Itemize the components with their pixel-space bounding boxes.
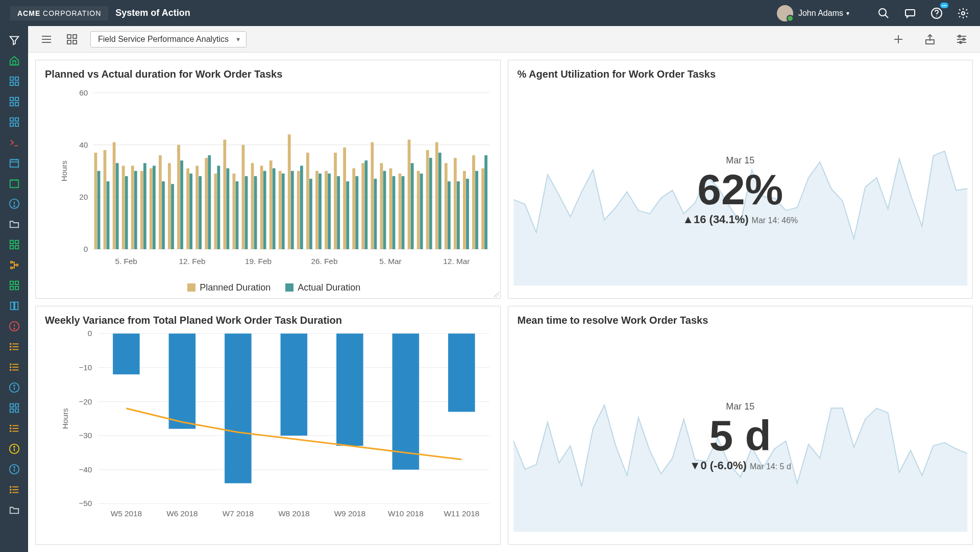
grid-icon[interactable] bbox=[7, 115, 21, 129]
help-icon[interactable] bbox=[930, 7, 943, 20]
svg-text:W9 2018: W9 2018 bbox=[334, 509, 365, 518]
gear-icon[interactable] bbox=[957, 7, 970, 20]
svg-rect-61 bbox=[15, 409, 18, 412]
grid-icon[interactable] bbox=[7, 237, 21, 252]
info-icon[interactable] bbox=[7, 462, 21, 476]
svg-text:W7 2018: W7 2018 bbox=[223, 509, 254, 518]
dashboard-toolbar: Field Service Performance Analytics bbox=[28, 26, 980, 53]
list-icon[interactable] bbox=[7, 483, 21, 497]
alert-circle-icon[interactable] bbox=[7, 197, 21, 211]
svg-rect-153 bbox=[315, 171, 318, 249]
svg-rect-154 bbox=[318, 174, 322, 249]
svg-rect-8 bbox=[10, 82, 13, 85]
svg-rect-124 bbox=[180, 160, 183, 249]
user-name[interactable]: John Adams bbox=[798, 9, 843, 18]
folder-icon[interactable] bbox=[7, 503, 21, 517]
calendar-plain-icon[interactable] bbox=[7, 176, 21, 190]
share-icon[interactable] bbox=[923, 32, 937, 46]
alert-circle-icon[interactable] bbox=[7, 319, 21, 333]
svg-text:26. Feb: 26. Feb bbox=[311, 257, 337, 266]
svg-point-73 bbox=[14, 467, 15, 468]
svg-point-46 bbox=[10, 344, 11, 345]
svg-rect-123 bbox=[177, 145, 180, 249]
svg-rect-214 bbox=[225, 333, 252, 483]
svg-text:0: 0 bbox=[88, 329, 92, 338]
svg-text:−30: −30 bbox=[79, 431, 92, 440]
svg-rect-6 bbox=[10, 77, 13, 80]
folder-icon[interactable] bbox=[7, 217, 21, 231]
svg-rect-144 bbox=[273, 169, 276, 249]
menu-icon[interactable] bbox=[39, 32, 54, 46]
list-icon[interactable] bbox=[7, 421, 21, 436]
svg-rect-117 bbox=[150, 169, 153, 249]
list-icon[interactable] bbox=[7, 340, 21, 354]
svg-point-67 bbox=[10, 431, 11, 432]
kpi-previous: Mar 14: 46% bbox=[752, 215, 798, 224]
svg-rect-36 bbox=[10, 281, 13, 284]
card-title: Planned vs Actual duration for Work Orde… bbox=[36, 60, 500, 82]
svg-rect-157 bbox=[334, 153, 337, 249]
grid-icon[interactable] bbox=[7, 401, 21, 415]
svg-rect-120 bbox=[162, 181, 165, 249]
svg-point-47 bbox=[10, 346, 11, 347]
filter-icon[interactable] bbox=[7, 33, 21, 47]
svg-rect-189 bbox=[481, 169, 484, 249]
svg-point-28 bbox=[14, 206, 15, 207]
svg-rect-126 bbox=[189, 174, 192, 249]
svg-rect-115 bbox=[140, 171, 143, 249]
svg-text:0: 0 bbox=[84, 245, 88, 253]
svg-text:Hours: Hours bbox=[60, 160, 68, 181]
svg-rect-17 bbox=[15, 123, 18, 126]
avatar[interactable] bbox=[777, 5, 793, 21]
tree-icon[interactable] bbox=[7, 258, 21, 272]
svg-point-66 bbox=[10, 428, 11, 429]
svg-point-54 bbox=[10, 370, 11, 371]
info-icon[interactable] bbox=[7, 442, 21, 456]
resize-handle[interactable] bbox=[492, 290, 499, 297]
search-icon[interactable] bbox=[877, 7, 890, 20]
svg-rect-109 bbox=[113, 142, 116, 249]
svg-rect-136 bbox=[236, 181, 239, 249]
svg-point-79 bbox=[10, 492, 11, 493]
svg-rect-155 bbox=[325, 171, 328, 249]
kpi-date: Mar 15 bbox=[682, 155, 798, 165]
home-icon[interactable] bbox=[7, 54, 21, 68]
info-icon[interactable] bbox=[7, 380, 21, 395]
svg-rect-220 bbox=[393, 333, 420, 470]
svg-rect-119 bbox=[159, 155, 162, 249]
svg-rect-185 bbox=[463, 171, 466, 249]
svg-rect-137 bbox=[242, 145, 245, 249]
svg-rect-130 bbox=[208, 155, 211, 249]
terminal-icon[interactable] bbox=[7, 135, 21, 150]
svg-point-34 bbox=[10, 267, 12, 269]
svg-point-78 bbox=[10, 489, 11, 490]
sliders-icon[interactable] bbox=[954, 32, 969, 46]
svg-rect-106 bbox=[97, 171, 101, 249]
add-icon[interactable] bbox=[891, 32, 905, 46]
list-icon[interactable] bbox=[7, 360, 21, 374]
svg-rect-146 bbox=[282, 174, 285, 249]
svg-text:W8 2018: W8 2018 bbox=[278, 509, 309, 518]
svg-rect-158 bbox=[337, 176, 340, 249]
svg-text:W6 2018: W6 2018 bbox=[166, 509, 198, 518]
svg-rect-186 bbox=[466, 179, 469, 249]
svg-point-48 bbox=[10, 349, 11, 350]
calendar-icon[interactable] bbox=[7, 156, 21, 170]
chat-icon[interactable] bbox=[903, 7, 917, 20]
chevron-down-icon[interactable]: ▾ bbox=[846, 10, 849, 17]
svg-rect-179 bbox=[435, 142, 438, 249]
svg-text:40: 40 bbox=[79, 140, 88, 149]
brand-prefix: ACME bbox=[17, 9, 40, 17]
grid-icon[interactable] bbox=[7, 74, 21, 88]
grid-icon[interactable] bbox=[65, 32, 79, 46]
svg-point-77 bbox=[10, 487, 11, 488]
svg-text:60: 60 bbox=[79, 88, 88, 97]
svg-rect-116 bbox=[143, 163, 146, 249]
svg-rect-177 bbox=[426, 150, 429, 249]
grid-icon[interactable] bbox=[7, 94, 21, 109]
svg-rect-170 bbox=[393, 176, 396, 249]
grid-icon[interactable] bbox=[7, 278, 21, 293]
dashboard-select[interactable]: Field Service Performance Analytics bbox=[90, 31, 247, 47]
book-icon[interactable] bbox=[7, 299, 21, 313]
left-nav-rail bbox=[0, 26, 28, 552]
